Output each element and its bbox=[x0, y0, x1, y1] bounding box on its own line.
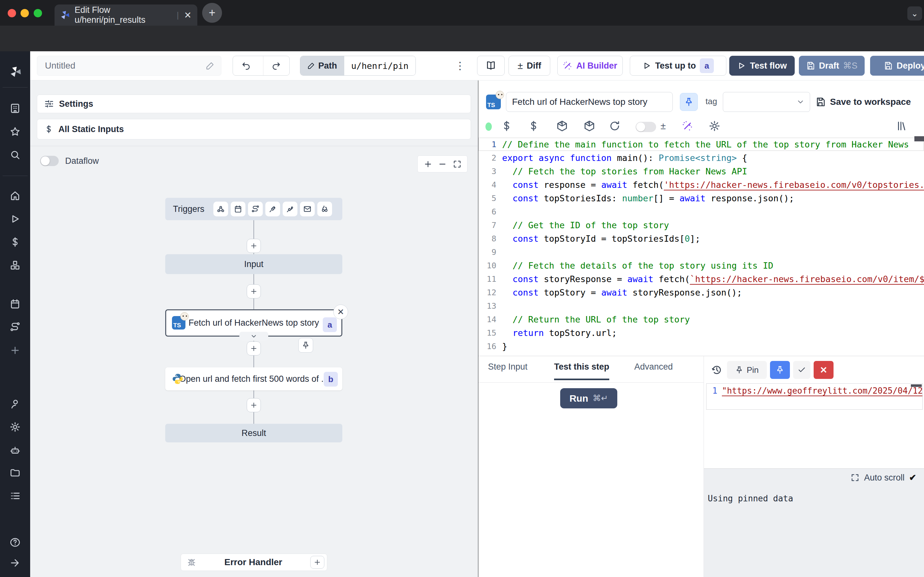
poll-trigger-icon[interactable] bbox=[317, 201, 332, 216]
pin-button[interactable]: Pin bbox=[727, 361, 767, 379]
expand-icon[interactable] bbox=[851, 473, 859, 482]
webhook-trigger-icon[interactable] bbox=[213, 201, 228, 216]
package-icon[interactable] bbox=[583, 120, 595, 132]
new-tab-button[interactable]: + bbox=[202, 3, 222, 23]
code-editor[interactable]: 1// Define the main function to fetch th… bbox=[478, 137, 924, 356]
step-pin-indicator-icon[interactable] bbox=[298, 338, 313, 353]
input-node[interactable]: Input bbox=[165, 254, 342, 274]
resources-icon[interactable] bbox=[528, 120, 540, 132]
save-to-workspace-button[interactable]: Save to workspace bbox=[815, 94, 911, 110]
draft-button[interactable]: Draft⌘S bbox=[799, 56, 865, 76]
edit-pencil-icon[interactable] bbox=[206, 61, 215, 70]
variables-icon[interactable] bbox=[501, 120, 512, 132]
remove-pin-button[interactable]: ✕ bbox=[814, 361, 834, 379]
window-close-button[interactable] bbox=[8, 9, 16, 17]
pinned-data-editor[interactable]: 1 "https://www.geoffreylitt.com/2025/04/… bbox=[706, 384, 923, 410]
redo-button[interactable] bbox=[263, 56, 289, 75]
websocket-trigger-icon[interactable] bbox=[265, 201, 280, 216]
sidebar-item-home[interactable] bbox=[10, 190, 21, 201]
library-icon[interactable] bbox=[896, 120, 908, 132]
sidebar-item-folders[interactable] bbox=[10, 467, 21, 478]
window-minimize-button[interactable] bbox=[21, 9, 29, 17]
window-zoom-button[interactable] bbox=[34, 9, 42, 17]
add-step-button[interactable] bbox=[247, 342, 261, 356]
test-up-to-button[interactable]: Test up to a bbox=[630, 56, 726, 76]
sidebar-item-help[interactable] bbox=[10, 537, 21, 548]
zoom-in-icon[interactable] bbox=[423, 160, 433, 169]
triggers-node[interactable]: Triggers bbox=[165, 198, 342, 220]
kafka-trigger-icon[interactable] bbox=[283, 201, 297, 216]
tag-select[interactable] bbox=[723, 92, 810, 112]
tab-advanced[interactable]: Advanced bbox=[634, 362, 673, 372]
flow-name-label: Untitled bbox=[45, 61, 75, 71]
sidebar-item-runs[interactable] bbox=[10, 213, 21, 224]
diff-mode-icon[interactable]: ± bbox=[657, 120, 669, 132]
dataflow-toggle[interactable] bbox=[40, 156, 59, 166]
step-header: TS Fetch url of HackerNews top story tag… bbox=[478, 81, 924, 115]
sidebar-item-search[interactable] bbox=[10, 149, 21, 160]
step-title-input[interactable]: Fetch url of HackerNews top story bbox=[506, 92, 673, 112]
sidebar-expand-icon[interactable] bbox=[10, 558, 21, 568]
pinned-toggle-button[interactable] bbox=[770, 361, 790, 379]
result-node[interactable]: Result bbox=[165, 424, 342, 442]
add-error-handler-button[interactable] bbox=[310, 556, 325, 569]
tab-test-this-step[interactable]: Test this step bbox=[554, 362, 609, 372]
add-step-button[interactable] bbox=[247, 284, 261, 298]
accept-pin-button[interactable] bbox=[793, 361, 811, 379]
path-value[interactable]: u/henri/pin bbox=[344, 56, 416, 75]
step-node-b[interactable]: Open url and fetch first 500 words of ..… bbox=[165, 367, 342, 390]
windmill-logo[interactable] bbox=[10, 66, 22, 78]
test-flow-button[interactable]: Test flow bbox=[729, 56, 795, 76]
tab-search-chevron-icon[interactable]: ⌄ bbox=[907, 6, 922, 21]
docs-button[interactable] bbox=[477, 56, 505, 76]
diff-button[interactable]: ± Diff bbox=[509, 56, 550, 76]
tab-close-icon[interactable]: ✕ bbox=[184, 10, 192, 21]
package-icon[interactable] bbox=[556, 120, 568, 132]
sidebar-item-workers[interactable] bbox=[10, 445, 21, 456]
route-trigger-icon[interactable] bbox=[248, 201, 263, 216]
flow-settings-row[interactable]: Settings bbox=[37, 95, 471, 113]
fit-view-icon[interactable] bbox=[453, 160, 462, 169]
editor-settings-gear-icon[interactable] bbox=[709, 120, 720, 132]
all-static-inputs-row[interactable]: All Static Inputs bbox=[37, 119, 471, 139]
expand-step-chevron-icon[interactable] bbox=[239, 332, 268, 341]
zoom-out-icon[interactable] bbox=[438, 160, 447, 169]
sidebar-item-user[interactable] bbox=[10, 398, 21, 409]
browser-tab[interactable]: Edit Flow u/henri/pin_results | ✕ bbox=[55, 5, 197, 26]
sidebar-item-routes[interactable] bbox=[10, 322, 21, 332]
path-chip[interactable]: Path u/henri/pin bbox=[300, 56, 416, 76]
add-step-button[interactable] bbox=[247, 239, 261, 253]
play-icon bbox=[642, 61, 651, 70]
undo-button[interactable] bbox=[233, 56, 259, 75]
sidebar-item-resources[interactable] bbox=[10, 260, 21, 271]
sidebar-item-add[interactable] bbox=[10, 345, 21, 356]
reload-icon[interactable] bbox=[609, 120, 620, 132]
editor-scrollbar[interactable] bbox=[911, 384, 922, 387]
editor-toggle[interactable] bbox=[636, 122, 656, 132]
ai-wand-icon[interactable] bbox=[682, 120, 693, 132]
remove-step-icon[interactable]: ✕ bbox=[333, 305, 348, 319]
sidebar-item-logs[interactable] bbox=[10, 490, 21, 501]
sidebar-item-favorites[interactable] bbox=[10, 126, 21, 137]
tab-step-input[interactable]: Step Input bbox=[488, 362, 527, 372]
sidebar-item-settings[interactable] bbox=[10, 422, 21, 432]
history-icon[interactable] bbox=[710, 363, 724, 377]
step-node-title: Fetch url of HackerNews top story bbox=[189, 318, 319, 328]
pin-toggle-button[interactable] bbox=[680, 93, 698, 111]
sidebar-item-workspace[interactable] bbox=[10, 103, 21, 114]
flow-name-field[interactable]: Untitled bbox=[37, 56, 221, 76]
ai-builder-button[interactable]: AI Builder bbox=[557, 56, 623, 76]
editor-scrollbar[interactable] bbox=[914, 136, 924, 141]
deploy-button[interactable]: Deploy bbox=[870, 56, 924, 76]
error-handler-node[interactable]: Error Handler bbox=[181, 554, 327, 571]
more-options-icon[interactable]: ⋮ bbox=[454, 56, 467, 76]
sidebar-item-schedules[interactable] bbox=[10, 298, 21, 309]
email-trigger-icon[interactable] bbox=[300, 201, 315, 216]
sidebar-item-variables[interactable] bbox=[10, 237, 21, 247]
save-icon bbox=[815, 97, 825, 107]
run-button[interactable]: Run⌘↵ bbox=[560, 388, 617, 408]
editor-toolbar: ± bbox=[478, 115, 924, 137]
schedule-trigger-icon[interactable] bbox=[231, 201, 246, 216]
auto-scroll-control[interactable]: Auto scroll ✔ bbox=[851, 472, 916, 483]
add-step-button[interactable] bbox=[247, 398, 261, 412]
